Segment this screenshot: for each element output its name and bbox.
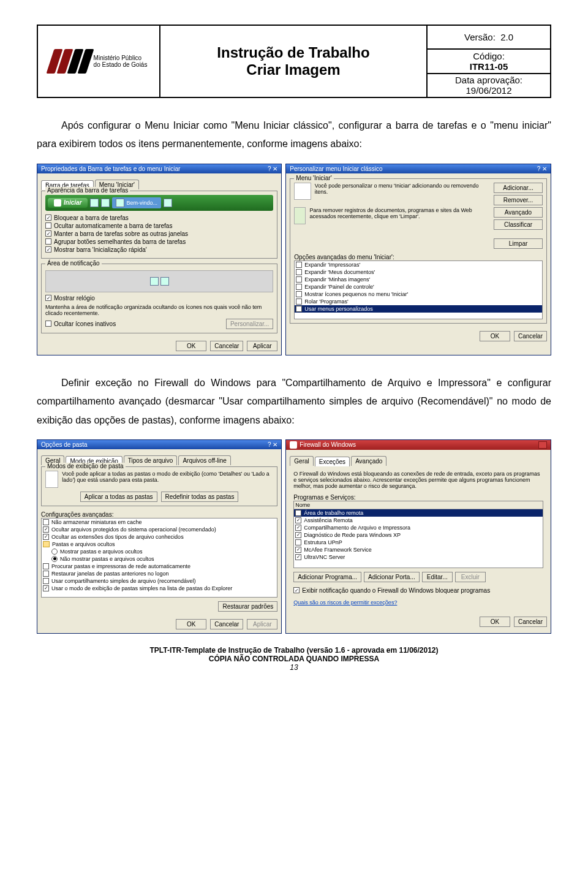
col-nome: Nome (295, 502, 310, 508)
ok-button[interactable]: OK (176, 619, 206, 629)
tab-offline[interactable]: Arquivos off-line (178, 455, 231, 465)
c7: Ocultar ícones inativos (54, 321, 116, 327)
checkbox[interactable] (43, 519, 49, 525)
apply-button[interactable]: Aplicar (247, 341, 277, 351)
grp-advanced: Configurações avançadas: (41, 511, 277, 518)
advanced-button[interactable]: Avançado (494, 207, 543, 218)
radio[interactable] (51, 556, 58, 562)
logo-line1: Ministério Público (94, 55, 148, 61)
checkbox[interactable]: ✓ (45, 295, 51, 301)
dlg1-title: Propriedades da Barra de tarefas e do me… (41, 165, 180, 172)
edit-button[interactable]: Editar... (422, 572, 453, 582)
checkbox[interactable] (296, 269, 302, 275)
txtA: Você pode aplicar a todas as pastas o mo… (62, 471, 273, 483)
ok-button[interactable]: OK (480, 331, 510, 341)
windows-firewall-dialog: Firewall do Windows Geral Exceções Avanç… (285, 439, 551, 634)
codigo-lbl: Código: (473, 51, 505, 61)
checkbox[interactable] (43, 571, 49, 577)
apply-all-button[interactable]: Aplicar a todas as pastas (80, 492, 157, 502)
add-port-button[interactable]: Adicionar Porta... (364, 572, 420, 582)
ok-button[interactable]: OK (176, 341, 206, 351)
clear-button[interactable]: Limpar (494, 238, 543, 249)
footer-l1: TPLT-ITR-Template de Instrução de Trabal… (37, 646, 551, 655)
footer-page: 13 (37, 663, 551, 672)
personalize-button[interactable]: Personalizar... (226, 319, 273, 329)
tab-file-types[interactable]: Tipos de arquivo (124, 455, 178, 465)
start-menu-icon (294, 183, 311, 200)
checkbox[interactable] (296, 306, 302, 312)
cancel-button[interactable]: Cancelar (514, 617, 547, 627)
cancel-button[interactable]: Cancelar (514, 331, 547, 341)
checkbox[interactable]: ✓ (45, 246, 51, 253)
checkbox[interactable]: ✓ (295, 554, 301, 560)
checkbox[interactable]: ✓ (45, 230, 51, 237)
versao-val: 2.0 (500, 32, 513, 42)
add-button[interactable]: Adicionar... (494, 183, 543, 193)
c2: Ocultar automaticamente a barra de taref… (54, 222, 172, 229)
c1: Bloquear a barra de tarefas (54, 215, 129, 221)
restore-defaults-button[interactable]: Restaurar padrões (218, 601, 277, 612)
sort-button[interactable]: Classificar (494, 219, 543, 230)
radio[interactable] (51, 549, 58, 555)
apply-button[interactable]: Aplicar (247, 619, 277, 629)
c6: Mostrar relógio (54, 295, 95, 302)
txt1: Você pode personalizar o menu 'Iniciar' … (315, 183, 490, 195)
cancel-button[interactable]: Cancelar (210, 619, 243, 629)
checkbox[interactable] (295, 539, 301, 545)
checkbox[interactable]: ✓ (43, 526, 49, 533)
folder-icon (43, 541, 50, 547)
checkbox[interactable]: ✓ (293, 587, 300, 593)
doc-title-2: Criar Imagem (246, 61, 340, 78)
checkbox[interactable]: ✓ (295, 547, 301, 553)
c5: Mostrar barra 'Inicialização rápida' (54, 246, 147, 253)
tab-general[interactable]: Geral (290, 456, 313, 466)
checkbox[interactable] (45, 238, 51, 245)
checkbox[interactable] (296, 284, 302, 290)
help-close-icons: ? ✕ (537, 165, 547, 172)
tray-icon (160, 277, 169, 286)
tab-exceptions[interactable]: Exceções (315, 457, 350, 466)
paragraph-1: Após configurar o Menu Iniciar como "Men… (37, 116, 551, 154)
checkbox[interactable] (45, 222, 51, 229)
checkbox[interactable] (43, 563, 49, 569)
checkbox[interactable] (296, 291, 302, 297)
checkbox[interactable] (45, 321, 51, 327)
close-icon[interactable] (538, 441, 547, 449)
risks-link[interactable]: Quais são os riscos de permitir exceções… (293, 599, 397, 606)
delete-button[interactable]: Excluir (455, 572, 486, 582)
doc-header: Ministério Público do Estado de Goiás In… (37, 25, 551, 98)
txt2: Para remover registros de documentos, pr… (309, 207, 490, 219)
help-close-icons: ? ✕ (268, 165, 277, 172)
checkbox[interactable]: ✓ (295, 525, 301, 531)
taskbar-window-preview: Bem-vindo... (112, 197, 161, 208)
cancel-button[interactable]: Cancelar (210, 341, 243, 351)
checkbox[interactable]: ✓ (45, 215, 51, 221)
checkbox[interactable]: ✓ (43, 585, 49, 591)
checkbox[interactable] (296, 276, 302, 283)
checkbox[interactable]: ✓ (43, 534, 49, 540)
dlg4-title: Firewall do Windows (300, 441, 356, 448)
footer-l2: CÓPIA NÃO CONTROLADA QUANDO IMPRESSA (37, 655, 551, 663)
checkbox[interactable] (43, 578, 49, 584)
checkbox[interactable]: ✓ (295, 532, 301, 538)
checkbox[interactable]: ✓ (295, 517, 301, 523)
dlg3-title: Opções de pasta (41, 441, 88, 448)
remove-button[interactable]: Remover... (494, 195, 543, 205)
add-program-button[interactable]: Adicionar Programa... (293, 572, 361, 582)
quicklaunch-icon (101, 199, 110, 207)
checkbox[interactable] (296, 298, 302, 305)
grp-advanced-opts: Opções avançadas do menu 'Iniciar': (294, 254, 543, 260)
data-lbl: Data aprovação: (455, 75, 522, 85)
logo-line2: do Estado de Goiás (94, 61, 148, 68)
intro: O Firewall do Windows está bloqueando as… (293, 471, 543, 489)
tab-advanced[interactable]: Avançado (351, 456, 386, 466)
classic-start-menu-dialog: Personalizar menu Iniciar clássico? ✕ Me… (285, 164, 551, 355)
dlg2-title: Personalizar menu Iniciar clássico (290, 165, 382, 172)
checkbox[interactable] (295, 510, 301, 516)
reset-all-button[interactable]: Redefinir todas as pastas (161, 492, 239, 502)
help-close-icons: ? ✕ (268, 441, 277, 448)
ok-button[interactable]: OK (480, 617, 510, 627)
checkbox[interactable] (296, 262, 302, 268)
logo-cell: Ministério Público do Estado de Goiás (38, 26, 160, 97)
grp-folder-views: Modos de exibição de pasta (45, 463, 126, 469)
